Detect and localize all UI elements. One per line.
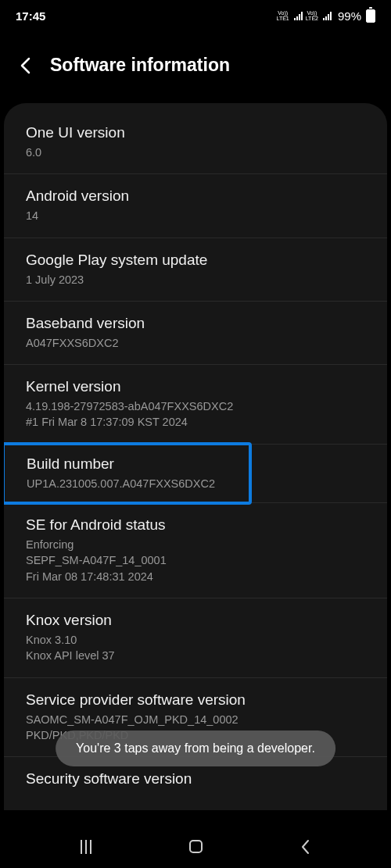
home-icon bbox=[189, 840, 203, 853]
google-play-update-item[interactable]: Google Play system update 1 July 2023 bbox=[4, 238, 387, 302]
back-button[interactable] bbox=[16, 56, 34, 75]
item-value: EnforcingSEPF_SM-A047F_14_0001Fri Mar 08… bbox=[26, 537, 365, 584]
battery-icon bbox=[366, 9, 375, 23]
signal-icon bbox=[294, 12, 303, 20]
item-title: Kernel version bbox=[26, 378, 365, 395]
settings-list: One UI version 6.0 Android version 14 Go… bbox=[4, 103, 387, 810]
item-value: 1 July 2023 bbox=[26, 272, 365, 288]
item-value: 14 bbox=[26, 208, 365, 223]
chevron-left-icon bbox=[20, 57, 30, 74]
item-value: A047FXXS6DXC2 bbox=[26, 335, 365, 351]
item-value: 4.19.198-27972583-abA047FXXS6DXC2#1 Fri … bbox=[26, 398, 365, 430]
status-time: 17:45 bbox=[16, 9, 45, 23]
one-ui-version-item[interactable]: One UI version 6.0 bbox=[4, 111, 387, 174]
chevron-left-icon bbox=[300, 839, 310, 855]
item-title: One UI version bbox=[26, 124, 365, 141]
status-indicators: Vo))LTE1 Vo))LTE2 99% bbox=[277, 9, 375, 23]
battery-percent: 99% bbox=[338, 9, 361, 23]
sim1-indicator: Vo))LTE1 bbox=[277, 10, 289, 21]
item-title: Knox version bbox=[26, 612, 365, 629]
status-bar: 17:45 Vo))LTE1 Vo))LTE2 99% bbox=[0, 0, 391, 31]
baseband-version-item[interactable]: Baseband version A047FXXS6DXC2 bbox=[4, 302, 387, 365]
item-value: 6.0 bbox=[26, 145, 365, 160]
recents-button[interactable] bbox=[77, 838, 95, 856]
item-title: Baseband version bbox=[26, 315, 365, 332]
signal-icon bbox=[323, 12, 332, 20]
build-number-item[interactable]: Build number UP1A.231005.007.A047FXXS6DX… bbox=[4, 442, 252, 505]
item-value: Knox 3.10Knox API level 37 bbox=[26, 632, 365, 664]
item-title: Security software version bbox=[26, 770, 365, 788]
developer-toast: You're 3 taps away from being a develope… bbox=[56, 730, 335, 766]
item-title: Google Play system update bbox=[26, 252, 365, 269]
page-header: Software information bbox=[0, 31, 391, 91]
navigation-bar bbox=[0, 825, 391, 868]
recents-icon bbox=[81, 840, 91, 854]
item-title: Android version bbox=[26, 188, 365, 205]
item-title: SE for Android status bbox=[26, 516, 365, 534]
sim2-indicator: Vo))LTE2 bbox=[306, 10, 318, 21]
back-nav-button[interactable] bbox=[296, 838, 314, 856]
knox-version-item[interactable]: Knox version Knox 3.10Knox API level 37 bbox=[4, 598, 387, 678]
se-android-status-item[interactable]: SE for Android status EnforcingSEPF_SM-A… bbox=[4, 502, 387, 598]
android-version-item[interactable]: Android version 14 bbox=[4, 174, 387, 238]
item-title: Service provider software version bbox=[26, 691, 365, 709]
item-value: UP1A.231005.007.A047FXXS6DXC2 bbox=[27, 476, 230, 491]
item-title: Build number bbox=[27, 455, 230, 473]
page-title: Software information bbox=[50, 55, 230, 76]
kernel-version-item[interactable]: Kernel version 4.19.198-27972583-abA047F… bbox=[4, 365, 387, 445]
home-button[interactable] bbox=[186, 838, 205, 856]
